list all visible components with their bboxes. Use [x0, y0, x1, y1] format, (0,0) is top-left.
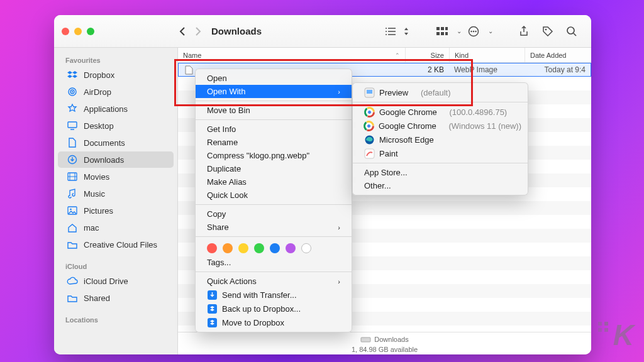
- search-button[interactable]: [562, 23, 581, 40]
- sidebar-item-label: Movies: [84, 172, 109, 182]
- svg-point-11: [567, 27, 574, 34]
- svg-rect-37: [365, 149, 374, 158]
- sidebar-item-icloud-drive[interactable]: iCloud Drive: [58, 273, 174, 289]
- submenu-item-appstore[interactable]: App Store...: [353, 166, 528, 179]
- svg-rect-2: [445, 27, 448, 30]
- chrome-icon: [364, 107, 374, 117]
- submenu-item-paint[interactable]: Paint: [353, 146, 528, 160]
- menu-item-backup-dropbox[interactable]: Back up to Dropbox...: [196, 302, 352, 315]
- status-bar: Downloads 1, 84.98 GB available: [178, 332, 591, 354]
- menu-item-move-dropbox[interactable]: Move to Dropbox: [196, 315, 352, 329]
- minimize-window-button[interactable]: [74, 28, 82, 35]
- download-icon: [67, 154, 78, 165]
- updown-icon: [404, 28, 409, 35]
- tag-blue[interactable]: [270, 243, 280, 253]
- tag-green[interactable]: [254, 243, 264, 253]
- menu-item-get-info[interactable]: Get Info: [196, 123, 352, 136]
- tag-orange[interactable]: [223, 243, 233, 253]
- menu-item-copy[interactable]: Copy: [196, 207, 352, 221]
- sort-asc-icon: ⌃: [395, 52, 400, 58]
- tag-color-row: [196, 239, 352, 256]
- sidebar-item-documents[interactable]: Documents: [58, 134, 174, 151]
- edge-icon: [364, 134, 374, 145]
- svg-point-9: [475, 30, 476, 31]
- open-with-submenu: Preview (default) Google Chrome (100.0.4…: [352, 82, 528, 195]
- nav-forward-button[interactable]: [190, 24, 205, 39]
- sidebar-item-label: mac: [84, 223, 99, 233]
- submenu-item-chrome[interactable]: Google Chrome (100.0.4896.75): [353, 105, 528, 119]
- dropbox-icon: [67, 69, 78, 80]
- window-title: Downloads: [211, 26, 262, 36]
- column-header-name[interactable]: Name⌃: [178, 48, 406, 62]
- drive-icon: [360, 334, 370, 344]
- sidebar-item-label: iCloud Drive: [84, 277, 128, 286]
- close-window-button[interactable]: [62, 28, 69, 35]
- tags-button[interactable]: [538, 23, 557, 40]
- chevron-right-icon: ›: [338, 224, 340, 231]
- svg-rect-25: [367, 90, 372, 94]
- default-label: (default): [421, 88, 451, 97]
- sidebar-item-music[interactable]: Music: [58, 185, 174, 202]
- menu-item-rename[interactable]: Rename: [196, 136, 352, 149]
- sidebar-item-label: Shared: [84, 293, 110, 303]
- submenu-item-edge[interactable]: Microsoft Edge: [353, 133, 528, 146]
- svg-point-35: [367, 124, 371, 128]
- sidebar-item-dropbox[interactable]: Dropbox: [58, 67, 174, 83]
- submenu-item-preview[interactable]: Preview (default): [353, 85, 528, 99]
- nav-back-button[interactable]: [175, 24, 190, 39]
- view-mode-button[interactable]: [379, 23, 409, 40]
- sidebar-item-shared[interactable]: Shared: [58, 290, 174, 306]
- context-menu: Open Open With› Move to Bin Get Info Ren…: [195, 69, 352, 332]
- tag-none[interactable]: [301, 243, 311, 253]
- sidebar: Favourites Dropbox AirDrop Applications …: [54, 48, 178, 354]
- group-by-button[interactable]: ⌄: [430, 23, 462, 40]
- menu-item-quick-actions[interactable]: Quick Actions›: [196, 275, 352, 288]
- traffic-lights: [62, 28, 94, 35]
- column-header-date[interactable]: Date Added: [525, 48, 591, 62]
- sidebar-item-airdrop[interactable]: AirDrop: [58, 84, 174, 100]
- chevron-down-icon: ⌄: [488, 28, 493, 35]
- airdrop-icon: [67, 86, 78, 97]
- fullscreen-window-button[interactable]: [87, 28, 94, 35]
- menu-item-quick-look[interactable]: Quick Look: [196, 189, 352, 202]
- svg-point-14: [72, 91, 73, 92]
- tag-purple[interactable]: [286, 243, 296, 253]
- sidebar-item-desktop[interactable]: Desktop: [58, 118, 174, 134]
- menu-item-move-to-bin[interactable]: Move to Bin: [196, 104, 352, 117]
- menu-item-send-transfer[interactable]: Send with Transfer...: [196, 288, 352, 302]
- svg-rect-5: [445, 32, 448, 35]
- svg-point-19: [70, 209, 72, 211]
- menu-item-open[interactable]: Open: [196, 72, 352, 85]
- svg-point-7: [470, 30, 472, 31]
- sidebar-item-applications[interactable]: Applications: [58, 101, 174, 117]
- watermark-logo: K: [613, 318, 633, 352]
- menu-item-make-alias[interactable]: Make Alias: [196, 175, 352, 189]
- dropbox-transfer-icon: [207, 290, 217, 300]
- submenu-item-chrome-win[interactable]: Google Chrome (Windows 11 (new)): [353, 119, 528, 133]
- column-header-kind[interactable]: Kind: [450, 48, 525, 62]
- menu-item-tags[interactable]: Tags...: [196, 256, 352, 269]
- sidebar-item-label: Pictures: [84, 206, 113, 216]
- chevron-down-icon: ⌄: [457, 28, 462, 35]
- sidebar-item-downloads[interactable]: Downloads: [58, 151, 174, 168]
- share-button[interactable]: [514, 23, 533, 40]
- submenu-item-other[interactable]: Other...: [353, 179, 528, 192]
- sidebar-item-label: Documents: [84, 138, 125, 148]
- sidebar-item-creative-cloud[interactable]: Creative Cloud Files: [58, 236, 174, 253]
- sidebar-item-pictures[interactable]: Pictures: [58, 202, 174, 219]
- svg-rect-1: [441, 27, 444, 30]
- sidebar-item-movies[interactable]: Movies: [58, 168, 174, 185]
- chevron-right-icon: ›: [338, 88, 340, 96]
- svg-rect-4: [441, 32, 444, 35]
- tag-red[interactable]: [207, 243, 217, 253]
- menu-item-share[interactable]: Share›: [196, 221, 352, 234]
- menu-item-duplicate[interactable]: Duplicate: [196, 162, 352, 175]
- sidebar-item-home[interactable]: mac: [58, 219, 174, 236]
- svg-rect-15: [68, 122, 77, 128]
- menu-item-compress[interactable]: Compress "klogo.png.webp": [196, 149, 352, 162]
- menu-item-open-with[interactable]: Open With›: [196, 85, 352, 98]
- action-menu-button[interactable]: ⌄: [462, 23, 493, 40]
- movies-icon: [67, 171, 78, 182]
- column-header-size[interactable]: Size: [406, 48, 450, 62]
- tag-yellow[interactable]: [238, 243, 248, 253]
